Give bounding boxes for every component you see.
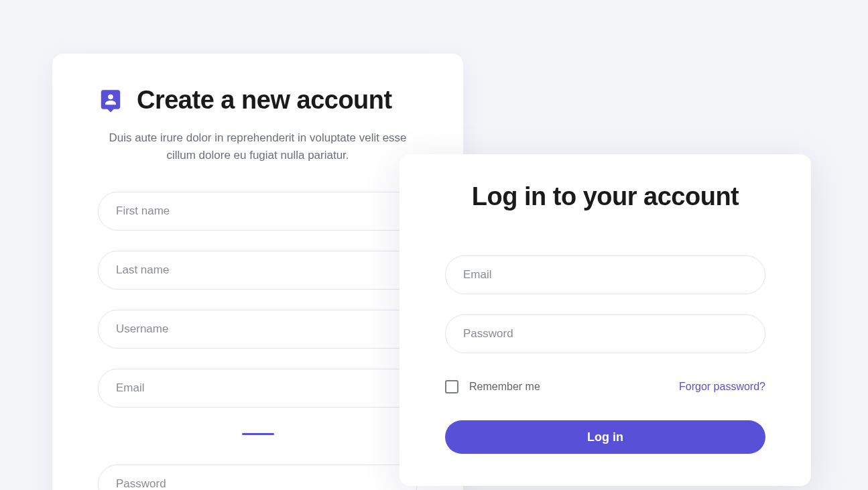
last-name-field[interactable] (98, 251, 418, 290)
remember-me-label: Remember me (469, 381, 540, 393)
svg-point-0 (108, 94, 113, 99)
login-button[interactable]: Log in (445, 420, 765, 454)
first-name-field[interactable] (98, 192, 418, 231)
section-divider (242, 433, 274, 435)
email-field[interactable] (98, 369, 418, 408)
remember-me-group: Remember me (445, 380, 540, 393)
remember-me-checkbox[interactable] (445, 380, 458, 393)
username-field[interactable] (98, 310, 418, 349)
person-pin-icon (98, 88, 123, 113)
create-account-title: Create a new account (137, 86, 392, 115)
login-password-field[interactable] (445, 314, 765, 353)
create-account-header: Create a new account (98, 86, 418, 115)
login-title: Log in to your account (445, 182, 765, 211)
login-options-row: Remember me Forgor password? (445, 380, 765, 393)
login-email-field[interactable] (445, 255, 765, 294)
password-field[interactable] (98, 465, 418, 490)
create-account-description: Duis aute irure dolor in reprehenderit i… (98, 129, 418, 165)
forgot-password-link[interactable]: Forgor password? (679, 381, 765, 393)
login-card: Log in to your account Remember me Forgo… (399, 154, 811, 486)
